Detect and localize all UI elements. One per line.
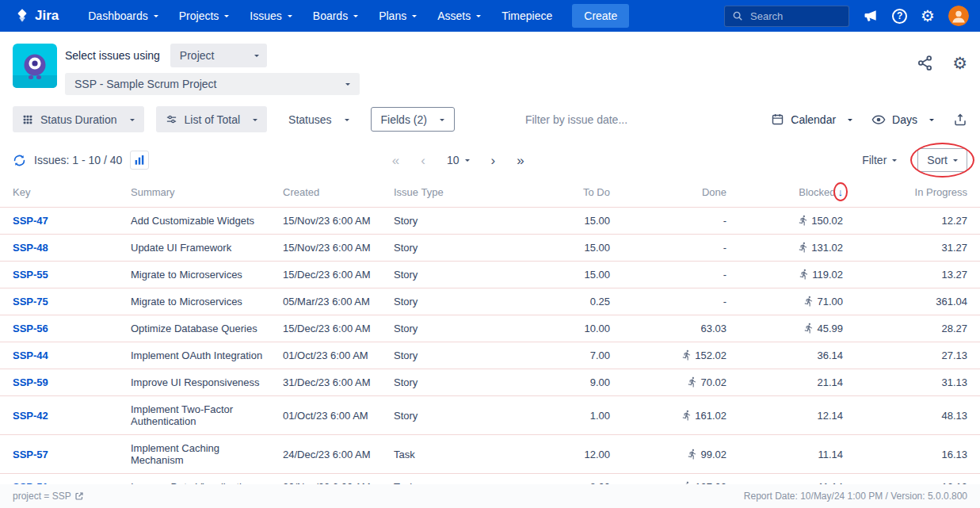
column-header-todo[interactable]: To Do: [498, 181, 616, 208]
jira-logo-icon: [14, 8, 30, 24]
nav-item-assets[interactable]: Assets: [429, 5, 489, 27]
table-row: SSP-47Add Customizable Widgets15/Nov/23 …: [0, 208, 980, 235]
time-unit-dropdown[interactable]: Days: [871, 113, 934, 127]
chevron-down-icon: [345, 83, 350, 88]
chart-view-icon[interactable]: [130, 151, 149, 170]
column-header-in-progress[interactable]: In Progress: [849, 181, 980, 208]
prev-page-button[interactable]: ‹: [421, 154, 425, 167]
chevron-down-icon: [892, 159, 897, 164]
runner-icon: [803, 323, 814, 334]
column-header-issue-type[interactable]: Issue Type: [387, 181, 498, 208]
issue-source-mode-dropdown[interactable]: Project: [170, 44, 267, 67]
in-progress-value: 13.27: [849, 262, 980, 288]
pagination: « ‹ 10 › »: [392, 154, 524, 167]
done-value: -: [616, 262, 733, 288]
jira-logo[interactable]: Jira: [14, 8, 59, 24]
create-button[interactable]: Create: [572, 4, 629, 28]
issue-key-link[interactable]: SSP-57: [13, 449, 48, 460]
column-header-created[interactable]: Created: [276, 181, 387, 208]
report-type-dropdown[interactable]: Status Duration: [13, 106, 144, 132]
nav-item-issues[interactable]: Issues: [242, 5, 299, 27]
issue-source-controls: Select issues using Project SSP - Sample…: [65, 44, 360, 95]
chevron-down-icon: [465, 159, 470, 164]
nav-item-dashboards[interactable]: Dashboards: [80, 5, 166, 27]
issue-key-link[interactable]: SSP-47: [13, 215, 48, 227]
column-header-done[interactable]: Done: [616, 181, 733, 208]
nav-item-boards[interactable]: Boards: [305, 5, 366, 27]
done-value: 70.02: [616, 369, 733, 396]
issue-key-link[interactable]: SSP-42: [13, 410, 48, 422]
nav-item-plans[interactable]: Plans: [371, 5, 425, 27]
table-row: SSP-59Improve UI Responsiveness31/Dec/23…: [0, 369, 980, 396]
report-date-label: Report Date: 10/May/24 1:00 PM / Version…: [744, 491, 967, 502]
issue-key-link[interactable]: SSP-59: [13, 376, 48, 388]
issue-type: Story: [387, 235, 498, 262]
issue-summary: Implement Caching Mechanism: [124, 435, 276, 474]
statuses-dropdown[interactable]: Statuses: [279, 106, 358, 132]
announcement-icon[interactable]: [863, 8, 879, 24]
app-monster-icon: [13, 44, 57, 88]
blocked-value: 12.14: [733, 396, 849, 435]
chevron-down-icon: [848, 119, 852, 124]
sliders-icon: [166, 113, 177, 125]
issue-summary: Update UI Framework: [124, 235, 276, 262]
user-avatar[interactable]: [948, 6, 969, 26]
issue-key-link[interactable]: SSP-44: [13, 349, 48, 361]
column-header-blocked[interactable]: Blocked↓: [733, 181, 849, 208]
nav-item-timepiece[interactable]: Timepiece: [494, 5, 560, 27]
in-progress-value: 16.13: [849, 435, 980, 474]
runner-icon: [687, 449, 698, 460]
sort-dropdown[interactable]: Sort: [917, 148, 967, 172]
table-header-row: Key Summary Created Issue Type To Do Don…: [0, 181, 980, 208]
blocked-value: 71.00: [733, 288, 849, 315]
share-icon[interactable]: [917, 55, 933, 71]
issue-created: 31/Dec/23 6:00 AM: [276, 369, 387, 396]
done-value: -: [616, 208, 733, 235]
issues-table: Key Summary Created Issue Type To Do Don…: [0, 181, 980, 501]
settings-gear-icon[interactable]: ⚙: [921, 8, 935, 24]
todo-value: 15.00: [498, 208, 616, 235]
issue-key-link[interactable]: SSP-48: [13, 242, 48, 254]
chevron-down-icon: [412, 15, 417, 20]
chevron-down-icon: [254, 55, 259, 59]
first-page-button[interactable]: «: [392, 154, 399, 167]
issue-summary: Improve UI Responsiveness: [124, 369, 276, 396]
issue-key-link[interactable]: SSP-56: [13, 323, 48, 334]
nav-item-projects[interactable]: Projects: [171, 5, 238, 27]
filter-dropdown[interactable]: Filter: [862, 154, 897, 166]
calculation-mode-dropdown[interactable]: List of Total: [156, 106, 268, 132]
fields-dropdown[interactable]: Fields (2): [371, 107, 455, 132]
sort-descending-icon[interactable]: ↓: [838, 186, 844, 198]
runner-icon: [681, 349, 692, 361]
help-icon[interactable]: ?: [892, 9, 907, 24]
issue-type: Story: [387, 208, 498, 235]
in-progress-value: 27.13: [849, 342, 980, 369]
issue-summary: Implement Two-Factor Authentication: [124, 396, 276, 435]
calendar-dropdown[interactable]: Calendar: [771, 113, 852, 126]
report-settings-gear-icon[interactable]: ⚙: [952, 55, 967, 71]
in-progress-value: 361.04: [849, 288, 980, 315]
refresh-icon[interactable]: [13, 154, 26, 167]
done-value: -: [616, 235, 733, 262]
nav-search[interactable]: [724, 6, 849, 27]
table-row: SSP-56Optimize Database Queries15/Dec/23…: [0, 315, 980, 342]
next-page-button[interactable]: ›: [491, 154, 496, 167]
issue-type: Story: [387, 288, 498, 315]
in-progress-value: 12.27: [849, 208, 980, 235]
issue-key-link[interactable]: SSP-75: [13, 296, 48, 307]
runner-icon: [803, 296, 814, 307]
blocked-value: 11.14: [733, 435, 849, 474]
export-icon[interactable]: [953, 113, 967, 127]
project-select-dropdown[interactable]: SSP - Sample Scrum Project: [65, 73, 360, 95]
header-actions: ⚙: [917, 44, 967, 95]
chevron-down-icon: [288, 15, 292, 20]
issue-key-link[interactable]: SSP-55: [13, 269, 48, 281]
external-link-icon[interactable]: [74, 491, 84, 501]
column-header-key[interactable]: Key: [0, 181, 124, 208]
search-input[interactable]: [749, 10, 836, 23]
page-size-dropdown[interactable]: 10: [447, 154, 470, 166]
column-header-summary[interactable]: Summary: [124, 181, 276, 208]
todo-value: 12.00: [498, 435, 616, 474]
last-page-button[interactable]: »: [517, 154, 524, 167]
issue-date-filter-input[interactable]: [524, 113, 674, 127]
